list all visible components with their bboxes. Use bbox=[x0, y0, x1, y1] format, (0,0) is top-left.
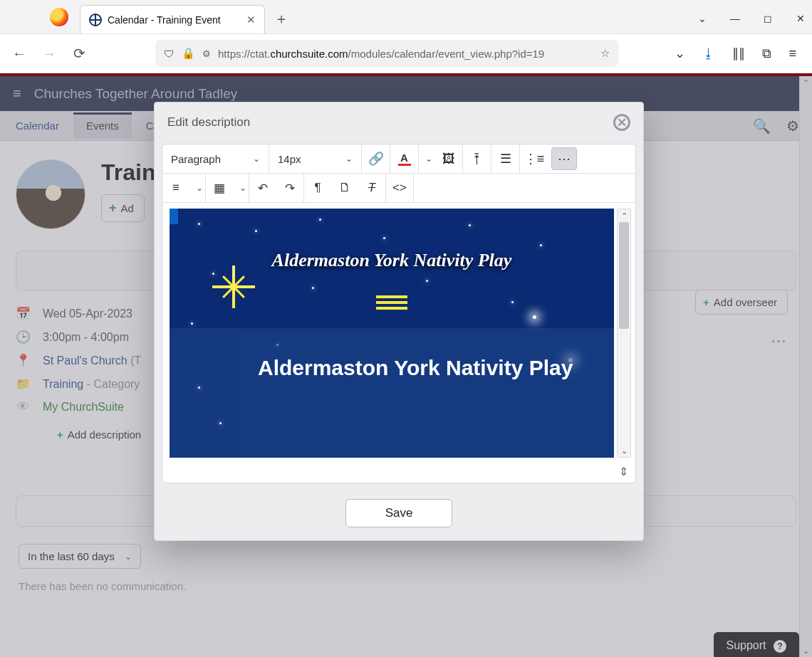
pocket-icon[interactable]: ⌄ bbox=[675, 46, 685, 61]
nav-back-button[interactable]: ← bbox=[9, 43, 30, 64]
scroll-thumb[interactable] bbox=[619, 222, 629, 329]
text-color-button[interactable]: A bbox=[390, 144, 419, 173]
modal-close-button[interactable]: ✕ bbox=[613, 114, 630, 131]
browser-titlebar: Calendar - Training Event ✕ ＋ ⌄ — ◻ ✕ bbox=[0, 0, 812, 34]
rich-text-editor: Paragraph⌄ 14px⌄ 🔗 A ⌄ 🖼 ⭱ ☰ ⋮≡ ⋯ ≡ bbox=[162, 144, 636, 483]
lock-icon: 🔒 bbox=[182, 47, 195, 60]
numbered-list-button[interactable]: ⋮≡ bbox=[520, 144, 548, 173]
editor-toolbar-row2: ≡ ⌄ ▦ ⌄ ↶ ↷ ¶ 🗋 T <> bbox=[162, 174, 635, 203]
image-resize-handle[interactable] bbox=[170, 209, 178, 224]
editor-toolbar-row1: Paragraph⌄ 14px⌄ 🔗 A ⌄ 🖼 ⭱ ☰ ⋮≡ ⋯ bbox=[162, 144, 635, 174]
chevron-down-icon: ⌄ bbox=[345, 154, 353, 164]
editor-resize-handle[interactable]: ⇕ bbox=[162, 463, 635, 483]
save-button[interactable]: Save bbox=[345, 499, 452, 527]
app-menu-icon[interactable]: ≡ bbox=[788, 46, 796, 61]
undo-button[interactable]: ↶ bbox=[249, 174, 276, 202]
bullet-list-button[interactable]: ☰ bbox=[491, 144, 520, 173]
tab-close-icon[interactable]: ✕ bbox=[246, 14, 256, 26]
font-size-select[interactable]: 14px⌄ bbox=[269, 144, 362, 173]
tabs-chevron-icon[interactable]: ⌄ bbox=[697, 13, 708, 24]
clear-formatting-button[interactable]: T bbox=[358, 174, 385, 202]
editor-scrollbar[interactable]: ⌃ ⌄ bbox=[617, 209, 631, 458]
url-path: /modules/calendar/event_view.php?id=19 bbox=[348, 48, 545, 60]
insert-image-button[interactable]: 🖼 bbox=[434, 144, 463, 173]
link-button[interactable]: 🔗 bbox=[362, 144, 390, 173]
redo-button[interactable]: ↷ bbox=[276, 174, 303, 202]
code-view-button[interactable]: <> bbox=[386, 174, 413, 202]
divider-lines-icon bbox=[376, 293, 407, 312]
window-controls: ⌄ — ◻ ✕ bbox=[697, 13, 806, 24]
scroll-down-icon[interactable]: ⌄ bbox=[618, 444, 630, 457]
library-icon[interactable]: ∥∥ bbox=[732, 46, 745, 61]
chevron-down-icon[interactable]: ⌄ bbox=[233, 174, 249, 202]
hero-sub-block: Aldermaston York Nativity Play bbox=[236, 331, 614, 458]
tab-favicon-icon bbox=[89, 14, 102, 26]
url-host: churchsuite.com bbox=[270, 48, 348, 60]
paragraph-marks-button[interactable]: ¶ bbox=[304, 174, 331, 202]
color-chevron-icon[interactable]: ⌄ bbox=[419, 144, 434, 173]
page-button[interactable]: 🗋 bbox=[331, 174, 358, 202]
star-bookmark-icon[interactable]: ☆ bbox=[600, 47, 610, 60]
firefox-icon bbox=[50, 8, 68, 26]
nav-reload-button[interactable]: ⟳ bbox=[68, 43, 90, 64]
toolbar-more-button[interactable]: ⋯ bbox=[551, 147, 577, 170]
upload-button[interactable]: ⭱ bbox=[463, 144, 491, 173]
edit-description-modal: Edit description ✕ Paragraph⌄ 14px⌄ 🔗 A … bbox=[154, 102, 644, 541]
permissions-icon: ⚙ bbox=[202, 48, 211, 59]
chevron-down-icon[interactable]: ⌄ bbox=[189, 174, 205, 202]
block-format-select[interactable]: Paragraph⌄ bbox=[162, 144, 269, 173]
editor-canvas[interactable]: Aldermaston York Nativity Play Aldermast… bbox=[170, 209, 614, 458]
table-button[interactable]: ▦ bbox=[206, 174, 233, 202]
tab-title: Calendar - Training Event bbox=[108, 14, 246, 26]
star-graphic-icon bbox=[212, 266, 255, 308]
window-close-button[interactable]: ✕ bbox=[795, 13, 806, 24]
shield-icon: 🛡 bbox=[164, 48, 175, 60]
new-tab-button[interactable]: ＋ bbox=[269, 6, 293, 31]
browser-tab[interactable]: Calendar - Training Event ✕ bbox=[80, 5, 265, 33]
align-button[interactable]: ≡ bbox=[162, 174, 189, 202]
modal-title: Edit description bbox=[167, 115, 250, 130]
extensions-icon[interactable]: ⧉ bbox=[762, 46, 771, 61]
url-bar: ← → ⟳ 🛡 🔒 ⚙ https://ctat.churchsuite.com… bbox=[0, 34, 812, 73]
chevron-down-icon: ⌄ bbox=[253, 154, 260, 164]
scroll-up-icon[interactable]: ⌃ bbox=[618, 209, 630, 222]
page-viewport: ≡ Churches Together Around Tadley Calend… bbox=[0, 73, 812, 657]
hero-title: Aldermaston York Nativity Play bbox=[170, 250, 614, 271]
font-size-value: 14px bbox=[278, 153, 301, 165]
hero-sub-title: Aldermaston York Nativity Play bbox=[258, 356, 593, 381]
window-maximize-button[interactable]: ◻ bbox=[762, 13, 774, 24]
nav-forward-button: → bbox=[38, 43, 60, 64]
window-minimize-button[interactable]: — bbox=[729, 13, 741, 24]
downloads-icon[interactable]: ⭳ bbox=[702, 46, 715, 61]
block-format-value: Paragraph bbox=[171, 153, 221, 165]
address-bar[interactable]: 🛡 🔒 ⚙ https://ctat.churchsuite.com/modul… bbox=[155, 40, 618, 67]
url-prefix: https://ctat. bbox=[218, 48, 270, 60]
